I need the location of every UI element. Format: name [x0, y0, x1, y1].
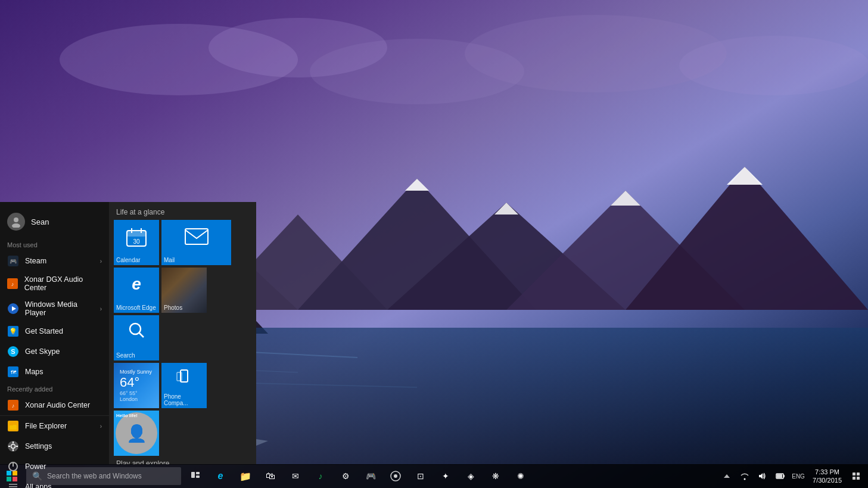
- sidebar-item-all-apps[interactable]: All apps: [0, 477, 109, 488]
- tiles-row-1: 30 Calendar Mail: [114, 220, 251, 265]
- svg-line-62: [139, 332, 144, 337]
- calendar-tile-label: Calendar: [116, 257, 141, 263]
- wmp-arrow: ›: [100, 306, 102, 312]
- xonar-label: Xonar Audio Center: [25, 401, 90, 409]
- taskbar: 🔍 Search the web and Windows e 📁 🛍 ✉ ♪ ⚙…: [0, 464, 868, 488]
- tray-battery[interactable]: [772, 464, 789, 488]
- svg-rect-89: [853, 477, 855, 480]
- mail-tile-label: Mail: [164, 257, 175, 263]
- taskbar-store[interactable]: 🛍: [259, 464, 282, 488]
- tiles-section2-label: Play and explore: [114, 458, 251, 464]
- taskbar-spotify[interactable]: ♪: [309, 464, 332, 488]
- tile-weather[interactable]: Mostly Sunny 64° 66° 55° London: [114, 363, 159, 408]
- sidebar-item-file-explorer[interactable]: File Explorer ›: [0, 416, 109, 436]
- tile-phone[interactable]: Phone Compa...: [161, 363, 207, 408]
- svg-rect-43: [10, 424, 13, 425]
- taskbar-app4[interactable]: ◈: [459, 464, 483, 488]
- tile-mail[interactable]: Mail: [161, 220, 231, 265]
- taskbar-steam[interactable]: 🎮: [359, 464, 382, 488]
- tray-network[interactable]: [736, 464, 753, 488]
- phone-tile-label: Phone Compa...: [164, 393, 207, 406]
- svg-rect-88: [857, 473, 860, 475]
- sidebar-item-steam[interactable]: 🎮 Steam ›: [0, 251, 109, 271]
- svg-rect-85: [783, 475, 785, 477]
- sidebar-item-maps[interactable]: 🗺 Maps: [0, 362, 109, 382]
- tile-twitter[interactable]: 👤 Hello life!: [114, 411, 159, 456]
- power-icon: [7, 461, 19, 473]
- svg-rect-87: [853, 473, 855, 475]
- taskbar-mail[interactable]: ✉: [284, 464, 307, 488]
- svg-rect-90: [857, 477, 860, 480]
- sidebar-item-power[interactable]: Power: [0, 456, 109, 477]
- svg-point-25: [14, 217, 18, 222]
- tray-language[interactable]: ENG: [790, 464, 807, 488]
- tiles-section1-label: Life at a glance: [114, 207, 251, 220]
- start-menu-tiles-panel: Life at a glance 30 Calendar: [109, 202, 256, 464]
- svg-rect-86: [777, 474, 782, 478]
- tray-expand[interactable]: [718, 464, 735, 488]
- svg-rect-53: [9, 486, 17, 487]
- weather-condition: Mostly Sunny: [120, 369, 153, 375]
- tile-calendar[interactable]: 30 Calendar: [114, 220, 159, 265]
- svg-marker-83: [759, 473, 763, 479]
- tray-action-center[interactable]: [848, 464, 864, 488]
- tray-volume[interactable]: [754, 464, 771, 488]
- sidebar-item-get-started[interactable]: 💡 Get Started: [0, 321, 109, 341]
- taskbar-edge[interactable]: e: [209, 464, 232, 488]
- skype-icon: S: [7, 346, 19, 358]
- svg-point-5: [679, 36, 868, 95]
- svg-rect-42: [10, 425, 17, 430]
- taskbar-chrome[interactable]: [384, 464, 407, 488]
- system-clock[interactable]: 7:33 PM 7/30/2015: [808, 468, 847, 485]
- sidebar-item-settings[interactable]: Settings: [0, 436, 109, 456]
- svg-marker-81: [724, 474, 730, 478]
- xonar-dgx-label: Xonar DGX Audio Center: [24, 275, 102, 292]
- start-menu-bottom: File Explorer › Settings Power All apps: [0, 415, 109, 488]
- user-profile[interactable]: Sean: [0, 208, 109, 238]
- sidebar-item-wmp[interactable]: Windows Media Player ›: [0, 296, 109, 321]
- svg-rect-48: [8, 446, 10, 447]
- sidebar-item-xonar-dgx[interactable]: ♪ Xonar DGX Audio Center: [0, 271, 109, 296]
- svg-text:🗺: 🗺: [11, 369, 17, 375]
- weather-temp: 64°: [120, 375, 153, 390]
- file-explorer-arrow: ›: [100, 423, 102, 430]
- clock-date: 7/30/2015: [813, 476, 842, 484]
- svg-rect-47: [13, 449, 14, 451]
- file-explorer-icon: [7, 420, 19, 432]
- clock-time: 7:33 PM: [815, 468, 839, 476]
- sidebar-item-get-skype[interactable]: S Get Skype: [0, 341, 109, 362]
- sidebar-item-xonar[interactable]: ♪ Xonar Audio Center: [0, 395, 109, 415]
- svg-text:♪: ♪: [12, 403, 15, 409]
- language-label: ENG: [792, 473, 805, 480]
- taskbar-app5[interactable]: ❋: [484, 464, 508, 488]
- recently-added-label: Recently added: [0, 382, 109, 395]
- user-name: Sean: [31, 217, 49, 226]
- weather-content: Mostly Sunny 64° 66° 55° London: [116, 365, 157, 406]
- steam-icon: 🎮: [7, 255, 19, 267]
- taskbar-pinned-icons: e 📁 🛍 ✉ ♪ ⚙ 🎮 ⊡ ✦ ◈ ❋ ✺: [183, 464, 533, 488]
- svg-text:30: 30: [133, 238, 140, 245]
- start-menu-left-panel: Sean Most used 🎮 Steam › ♪ Xonar DGX Aud…: [0, 202, 109, 464]
- svg-rect-76: [191, 472, 195, 478]
- wmp-label: Windows Media Player: [25, 300, 100, 317]
- maps-label: Maps: [25, 368, 43, 376]
- get-started-label: Get Started: [25, 327, 63, 335]
- tile-search[interactable]: Search: [114, 315, 159, 360]
- user-avatar: [7, 213, 25, 231]
- tiles-row-3: Mostly Sunny 64° 66° 55° London Phone Co…: [114, 363, 251, 456]
- taskbar-app1[interactable]: ⚙: [334, 464, 357, 488]
- taskbar-task-view[interactable]: [183, 464, 207, 488]
- svg-text:💡: 💡: [9, 327, 17, 335]
- taskbar-app6[interactable]: ✺: [509, 464, 533, 488]
- wmp-icon: [7, 303, 19, 315]
- svg-rect-60: [185, 229, 208, 244]
- taskbar-app2[interactable]: ⊡: [409, 464, 433, 488]
- svg-rect-56: [127, 231, 146, 237]
- tile-edge[interactable]: e Microsoft Edge: [114, 268, 159, 313]
- tile-photos[interactable]: Photos: [161, 268, 207, 313]
- taskbar-app3[interactable]: ✦: [434, 464, 458, 488]
- weather-location: London: [120, 396, 153, 402]
- most-used-label: Most used: [0, 238, 109, 251]
- svg-rect-78: [196, 475, 200, 478]
- taskbar-file-explorer[interactable]: 📁: [234, 464, 257, 488]
